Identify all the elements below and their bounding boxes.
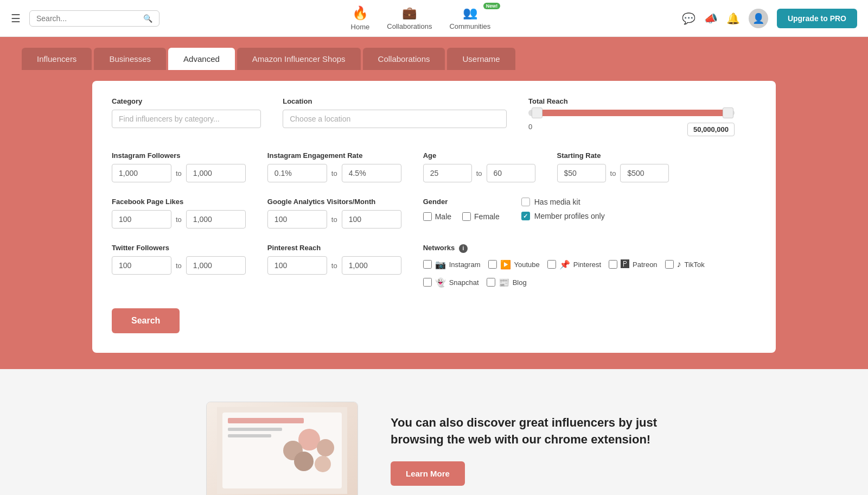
age-from[interactable] [423, 164, 472, 182]
tab-collaborations[interactable]: Collaborations [363, 48, 445, 70]
has-media-kit-checkbox[interactable] [521, 198, 530, 206]
ig-followers-to[interactable] [186, 164, 246, 182]
fb-likes-from[interactable] [112, 210, 171, 229]
blog-icon: 📰 [499, 277, 509, 288]
ig-followers-from[interactable] [112, 164, 171, 182]
ig-followers-range: to [112, 164, 246, 182]
gender-options: Male Female [423, 212, 500, 221]
tab-influencers[interactable]: Influencers [22, 48, 92, 70]
slider-thumb-left[interactable] [532, 107, 542, 118]
tab-username[interactable]: Username [447, 48, 515, 70]
networks-group: Networks i 📷 Instagram ▶️ Youtube [423, 244, 756, 288]
svg-rect-2 [228, 418, 304, 423]
network-snapchat[interactable]: 👻 Snapchat [423, 277, 479, 288]
header-nav: 🔥 Home 💼 Collaborations 👥 New! Communiti… [351, 5, 491, 31]
category-input[interactable] [112, 110, 261, 128]
tab-businesses[interactable]: Businesses [94, 48, 166, 70]
starting-rate-group: Starting Rate to [557, 151, 669, 182]
megaphone-icon[interactable]: 📣 [704, 12, 718, 25]
member-profiles-checkbox[interactable] [521, 212, 530, 220]
pinterest-reach-label: Pinterest Reach [267, 244, 401, 252]
fb-likes-to[interactable] [186, 210, 246, 229]
chat-icon[interactable]: 💬 [682, 12, 695, 25]
pinterest-to[interactable] [342, 256, 401, 275]
tiktok-icon: ♪ [677, 259, 681, 269]
network-snapchat-checkbox[interactable] [423, 278, 432, 287]
tab-amazon[interactable]: Amazon Influencer Shops [237, 48, 361, 70]
youtube-icon: ▶️ [500, 259, 511, 270]
upgrade-button[interactable]: Upgrade to PRO [777, 9, 857, 28]
network-tiktok-checkbox[interactable] [665, 260, 674, 269]
gender-male[interactable]: Male [423, 212, 451, 221]
info-text-block: You can also discover great influencers … [391, 415, 662, 486]
twitter-to[interactable] [186, 256, 246, 275]
network-pinterest[interactable]: 📌 Pinterest [547, 259, 601, 270]
hamburger-icon[interactable]: ☰ [11, 12, 21, 25]
starting-rate-from[interactable] [557, 164, 606, 182]
pinterest-icon: 📌 [559, 259, 570, 270]
network-pinterest-checkbox[interactable] [547, 260, 556, 269]
has-media-kit[interactable]: Has media kit [521, 198, 605, 206]
ga-visitors-to[interactable] [342, 210, 401, 229]
ig-engagement-to[interactable] [342, 164, 401, 182]
location-input[interactable] [283, 110, 507, 128]
ig-engagement-from[interactable] [267, 164, 327, 182]
network-snapchat-label: Snapchat [449, 278, 479, 287]
hero-section: Influencers Businesses Advanced Amazon I… [0, 37, 868, 369]
info-text: You can also discover great influencers … [391, 415, 662, 448]
slider-thumb-right[interactable] [723, 107, 733, 118]
member-profiles[interactable]: Member profiles only [521, 212, 605, 220]
search-input[interactable] [36, 14, 139, 23]
network-instagram-label: Instagram [449, 261, 481, 269]
slider-min-value: 0 [528, 123, 532, 136]
image-placeholder [207, 402, 358, 496]
avatar[interactable]: 👤 [749, 9, 768, 28]
gender-male-checkbox[interactable] [423, 212, 432, 221]
ga-visitors-range: to [267, 210, 401, 229]
total-reach-slider-track[interactable] [528, 110, 735, 116]
instagram-icon: 📷 [435, 259, 446, 270]
search-bar: 🔍 [29, 10, 159, 27]
learn-more-button[interactable]: Learn More [391, 461, 465, 486]
svg-rect-3 [228, 428, 282, 431]
to-sep-5: to [176, 215, 182, 224]
network-youtube-checkbox[interactable] [488, 260, 497, 269]
age-to[interactable] [487, 164, 535, 182]
svg-point-8 [294, 452, 314, 471]
ga-visitors-label: Google Analytics Visitors/Month [267, 198, 401, 206]
ga-visitors-from[interactable] [267, 210, 327, 229]
gender-group: Gender Male Female [423, 198, 500, 221]
to-sep-3: to [476, 169, 482, 177]
info-section: You can also discover great influencers … [0, 369, 868, 496]
twitter-followers-label: Twitter Followers [112, 244, 246, 252]
tab-advanced[interactable]: Advanced [168, 48, 235, 70]
search-button[interactable]: Search [112, 308, 180, 333]
pinterest-reach-range: to [267, 256, 401, 275]
fb-likes-group: Facebook Page Likes to [112, 198, 246, 229]
form-row-2: Instagram Followers to Instagram Engagem… [112, 151, 756, 182]
twitter-from[interactable] [112, 256, 171, 275]
nav-collaborations[interactable]: 💼 Collaborations [387, 6, 432, 30]
ig-engagement-group: Instagram Engagement Rate to [267, 151, 401, 182]
gender-female-checkbox[interactable] [462, 212, 471, 221]
network-patreon-checkbox[interactable] [609, 260, 617, 269]
form-row-4: Twitter Followers to Pinterest Reach to … [112, 244, 756, 288]
network-blog[interactable]: 📰 Blog [487, 277, 527, 288]
bell-icon[interactable]: 🔔 [726, 12, 740, 25]
network-youtube[interactable]: ▶️ Youtube [488, 259, 540, 270]
nav-communities[interactable]: 👥 New! Communities [449, 6, 490, 30]
network-youtube-label: Youtube [514, 261, 540, 269]
fb-likes-range: to [112, 210, 246, 229]
preview-svg [217, 407, 347, 494]
network-instagram[interactable]: 📷 Instagram [423, 259, 481, 270]
network-blog-checkbox[interactable] [487, 278, 495, 287]
network-instagram-checkbox[interactable] [423, 260, 432, 269]
pinterest-from[interactable] [267, 256, 327, 275]
new-badge: New! [483, 3, 501, 9]
network-patreon[interactable]: 🅿 Patreon [609, 259, 658, 269]
search-tabs: Influencers Businesses Advanced Amazon I… [22, 48, 846, 70]
gender-female[interactable]: Female [462, 212, 500, 221]
starting-rate-to[interactable] [620, 164, 669, 182]
nav-home[interactable]: 🔥 Home [351, 5, 370, 31]
network-tiktok[interactable]: ♪ TikTok [665, 259, 705, 269]
